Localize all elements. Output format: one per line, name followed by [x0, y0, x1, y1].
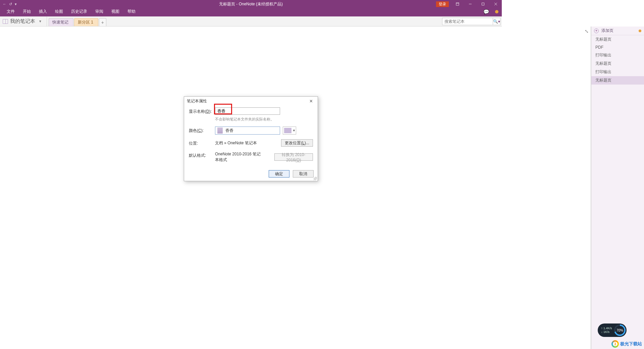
tab-review[interactable]: 审阅: [91, 7, 107, 16]
notebook-color-icon: [217, 128, 223, 134]
convert-format-button: 转换为 2010-2016(O): [274, 153, 313, 161]
notebook-bar: 我的笔记本 ▼ 快速笔记 新分区 1 + 🔍▾: [0, 16, 502, 27]
notebook-icon: [3, 19, 8, 24]
section-tabs: 快速笔记 新分区 1 +: [47, 16, 106, 26]
notebook-selector[interactable]: 我的笔记本 ▼: [0, 16, 47, 26]
close-icon[interactable]: [490, 0, 502, 8]
tab-view[interactable]: 视图: [107, 7, 123, 16]
ribbon-tabs: 文件 开始 插入 绘图 历史记录 审阅 视图 帮助 💬: [0, 8, 502, 16]
tab-file[interactable]: 文件: [3, 7, 19, 16]
quick-access: ← ↺ ▾: [0, 2, 17, 6]
notebook-properties-dialog: 笔记本属性 ✕ 显示名称(D): 不会影响笔记本文件夹的实际名称。 颜色(C):…: [184, 96, 318, 181]
resize-grip-icon[interactable]: [314, 177, 317, 180]
label-display-name: 显示名称(D):: [189, 107, 215, 114]
tab-home[interactable]: 开始: [19, 7, 35, 16]
color-select[interactable]: 香香: [215, 127, 280, 135]
location-value: 文档 » OneNote 笔记本: [215, 140, 257, 146]
search-input[interactable]: [442, 18, 493, 25]
undo-icon[interactable]: ↺: [9, 2, 12, 6]
color-swatch-icon: [284, 128, 291, 133]
dialog-titlebar[interactable]: 笔记本属性 ✕: [184, 97, 318, 105]
label-color: 颜色(C):: [189, 127, 215, 134]
notebook-name: 我的笔记本: [10, 18, 35, 24]
format-value: OneNote 2010-2016 笔记本格式: [215, 151, 262, 163]
tab-help[interactable]: 帮助: [123, 7, 140, 16]
display-name-hint: 不会影响笔记本文件夹的实际名称。: [215, 117, 313, 122]
search-wrap: 🔍▾: [442, 16, 502, 26]
warning-indicator-icon[interactable]: [495, 10, 498, 13]
label-format: 默认格式:: [189, 151, 215, 158]
dialog-title: 笔记本属性: [187, 98, 207, 104]
search-button[interactable]: 🔍▾: [493, 18, 500, 25]
maximize-icon[interactable]: [477, 0, 489, 8]
ribbon-display-options-icon[interactable]: [451, 0, 464, 8]
tab-history[interactable]: 历史记录: [67, 7, 91, 16]
section-tab-new1[interactable]: 新分区 1: [74, 18, 98, 26]
svg-rect-0: [456, 3, 459, 5]
color-select-value: 香香: [225, 128, 233, 134]
login-button[interactable]: 登录: [436, 1, 449, 7]
minimize-icon[interactable]: [464, 0, 476, 8]
chevron-down-icon: ▼: [292, 129, 296, 132]
display-name-input[interactable]: [215, 107, 280, 115]
cancel-button[interactable]: 取消: [293, 170, 314, 178]
change-location-button[interactable]: 更改位置(L)...: [281, 139, 313, 147]
qat-customize-icon[interactable]: ▾: [15, 2, 17, 6]
dialog-close-icon[interactable]: ✕: [307, 99, 315, 104]
svg-rect-3: [482, 3, 484, 5]
tab-insert[interactable]: 插入: [35, 7, 51, 16]
label-location: 位置:: [189, 139, 215, 146]
tab-draw[interactable]: 绘图: [51, 7, 67, 16]
back-icon[interactable]: ←: [3, 2, 6, 6]
add-section-button[interactable]: +: [99, 18, 106, 26]
chevron-down-icon: ▼: [39, 19, 42, 23]
ok-button[interactable]: 确定: [269, 170, 289, 178]
section-tab-quicknotes[interactable]: 快速笔记: [49, 18, 73, 26]
window-title: 无标题页 - OneNote (未经授权产品): [219, 1, 283, 7]
feedback-icon[interactable]: 💬: [483, 9, 489, 14]
color-dropdown[interactable]: ▼: [283, 127, 296, 135]
